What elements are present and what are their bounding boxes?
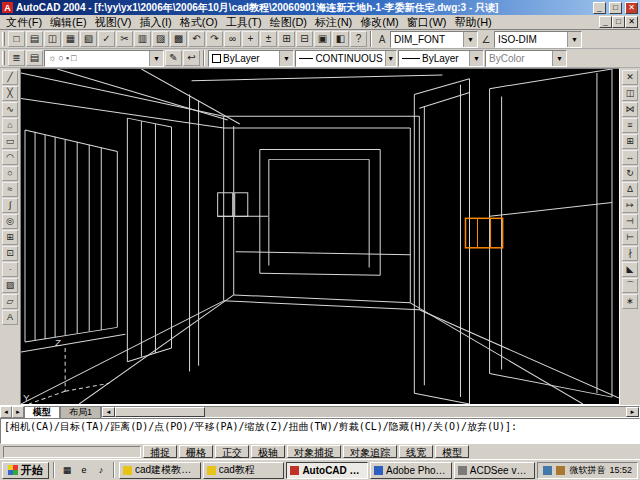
linetype-combo[interactable]: CONTINUOUS ▼ bbox=[295, 50, 397, 67]
insert-block-icon[interactable]: ⊞ bbox=[2, 230, 18, 245]
dim-style-combo[interactable]: ISO-DIM ▼ bbox=[494, 31, 582, 48]
menu-item[interactable]: 窗口(W) bbox=[403, 15, 451, 30]
chevron-down-icon[interactable]: ▼ bbox=[469, 51, 483, 66]
menu-item[interactable]: 格式(O) bbox=[176, 15, 222, 30]
extend-icon[interactable]: ⊢ bbox=[622, 230, 638, 245]
arc-icon[interactable]: ◠ bbox=[2, 150, 18, 165]
menu-item[interactable]: 编辑(E) bbox=[46, 15, 91, 30]
rectangle-icon[interactable]: ▭ bbox=[2, 134, 18, 149]
properties-icon[interactable]: ▣ bbox=[314, 31, 331, 47]
chamfer-icon[interactable]: ◣ bbox=[622, 262, 638, 277]
color-combo[interactable]: ByLayer ▼ bbox=[208, 50, 294, 67]
task-autocad[interactable]: AutoCAD 200... bbox=[286, 462, 368, 479]
point-icon[interactable]: ∙ bbox=[2, 262, 18, 277]
ie-icon[interactable]: e bbox=[76, 463, 92, 478]
status-toggle[interactable]: 线宽 bbox=[399, 445, 433, 458]
plotstyle-combo[interactable]: ByColor ▼ bbox=[485, 50, 567, 67]
offset-icon[interactable]: ≡ bbox=[622, 118, 638, 133]
break-icon[interactable]: ∤ bbox=[622, 246, 638, 261]
tab-scroll-right-icon[interactable]: ► bbox=[12, 406, 24, 418]
hyperlink-icon[interactable]: ∞ bbox=[224, 31, 241, 47]
spline-icon[interactable]: ∫ bbox=[2, 198, 18, 213]
revision-cloud-icon[interactable]: ≈ bbox=[2, 182, 18, 197]
drawing-canvas[interactable]: ZY bbox=[20, 68, 620, 405]
status-toggle[interactable]: 捕捉 bbox=[143, 445, 177, 458]
tab-scroll-left-icon[interactable]: ◄ bbox=[0, 406, 12, 418]
layer-previous-icon[interactable]: ↩ bbox=[183, 50, 200, 66]
status-toggle[interactable]: 模型 bbox=[435, 445, 469, 458]
cut-icon[interactable]: ✂ bbox=[116, 31, 133, 47]
scroll-left-icon[interactable]: ◄ bbox=[102, 407, 115, 417]
text-style-combo[interactable]: DIM_FONT ▼ bbox=[390, 31, 478, 48]
menu-item[interactable]: 视图(V) bbox=[91, 15, 136, 30]
menu-item[interactable]: 插入(I) bbox=[135, 15, 175, 30]
minimize-button[interactable]: _ bbox=[593, 2, 606, 14]
line-icon[interactable]: ╱ bbox=[2, 70, 18, 85]
stretch-icon[interactable]: ↦ bbox=[622, 198, 638, 213]
menu-item[interactable]: 文件(F) bbox=[2, 15, 46, 30]
toolbar-grip[interactable] bbox=[2, 51, 5, 65]
mtext-icon[interactable]: A bbox=[2, 310, 18, 325]
layers-icon[interactable]: ▤ bbox=[26, 50, 43, 66]
copy-icon[interactable]: ▥ bbox=[134, 31, 151, 47]
erase-icon[interactable]: ✕ bbox=[622, 70, 638, 85]
scroll-right-icon[interactable]: ► bbox=[626, 407, 639, 417]
designcenter-icon[interactable]: ◧ bbox=[332, 31, 349, 47]
scale-icon[interactable]: ∆ bbox=[622, 182, 638, 197]
layer-properties-icon[interactable]: ≣ bbox=[8, 50, 25, 66]
circle-icon[interactable]: ○ bbox=[2, 166, 18, 181]
trim-icon[interactable]: ⊣ bbox=[622, 214, 638, 229]
polyline-icon[interactable]: ∿ bbox=[2, 102, 18, 117]
paste-icon[interactable]: ▨ bbox=[152, 31, 169, 47]
horizontal-scrollbar[interactable]: ◄ ► bbox=[101, 406, 640, 418]
status-toggle[interactable]: 栅格 bbox=[179, 445, 213, 458]
rotate-icon[interactable]: ↻ bbox=[622, 166, 638, 181]
undo-icon[interactable]: ↶ bbox=[188, 31, 205, 47]
task-cad-modeling-tutorial[interactable]: cad建模教程... bbox=[119, 462, 201, 479]
menu-item[interactable]: 帮助(H) bbox=[451, 15, 496, 30]
make-block-icon[interactable]: ⊡ bbox=[2, 246, 18, 261]
redo-icon[interactable]: ↷ bbox=[206, 31, 223, 47]
menu-item[interactable]: 绘图(D) bbox=[266, 15, 311, 30]
status-toggle[interactable]: 极轴 bbox=[251, 445, 285, 458]
command-window[interactable]: [相机(CA)/目标(TA)/距离(D)/点(PO)/平移(PA)/缩放(Z)/… bbox=[0, 418, 640, 444]
menu-item[interactable]: 标注(N) bbox=[311, 15, 356, 30]
status-toggle[interactable]: 对象追踪 bbox=[343, 445, 397, 458]
ellipse-icon[interactable]: ◎ bbox=[2, 214, 18, 229]
region-icon[interactable]: ▱ bbox=[2, 294, 18, 309]
scrollbar-thumb[interactable] bbox=[115, 407, 205, 417]
match-properties-icon[interactable]: ▩ bbox=[170, 31, 187, 47]
chevron-down-icon[interactable]: ▼ bbox=[279, 51, 293, 66]
move-icon[interactable]: ↔ bbox=[622, 150, 638, 165]
ime-label[interactable]: 微软拼音 bbox=[569, 464, 605, 477]
spelling-icon[interactable]: ✓ bbox=[98, 31, 115, 47]
doc-minimize-button[interactable]: _ bbox=[599, 16, 612, 28]
menu-item[interactable]: 工具(T) bbox=[222, 15, 266, 30]
print-preview-icon[interactable]: ▧ bbox=[80, 31, 97, 47]
new-icon[interactable]: □ bbox=[8, 31, 25, 47]
volume-icon[interactable] bbox=[543, 466, 552, 475]
zoom-window-icon[interactable]: ⊞ bbox=[278, 31, 295, 47]
task-acdsee[interactable]: ACDSee v3.1... bbox=[454, 462, 536, 479]
fillet-icon[interactable]: ⌒ bbox=[622, 278, 638, 293]
media-player-icon[interactable]: ♪ bbox=[93, 463, 109, 478]
tab-layout1[interactable]: 布局1 bbox=[60, 406, 101, 418]
doc-restore-button[interactable]: □ bbox=[612, 16, 625, 28]
array-icon[interactable]: ⊞ bbox=[622, 134, 638, 149]
chevron-down-icon[interactable]: ▼ bbox=[149, 51, 163, 66]
command-input-line[interactable] bbox=[4, 432, 636, 444]
scrollbar-track[interactable] bbox=[205, 407, 626, 417]
save-icon[interactable]: ◫ bbox=[44, 31, 61, 47]
chevron-down-icon[interactable]: ▼ bbox=[567, 32, 581, 47]
tab-model[interactable]: 模型 bbox=[24, 406, 60, 418]
plot-icon[interactable]: ▦ bbox=[62, 31, 79, 47]
task-cad-tutorial[interactable]: cad教程 bbox=[203, 462, 285, 479]
mirror-icon[interactable]: ⋈ bbox=[622, 102, 638, 117]
layer-combo[interactable]: ☼○▪□ ▼ bbox=[44, 50, 164, 67]
chevron-down-icon[interactable]: ▼ bbox=[552, 51, 566, 66]
lineweight-combo[interactable]: ByLayer ▼ bbox=[398, 50, 484, 67]
menu-item[interactable]: 修改(M) bbox=[356, 15, 403, 30]
task-photoshop[interactable]: Adobe Photo... bbox=[370, 462, 452, 479]
pan-icon[interactable]: + bbox=[242, 31, 259, 47]
toolbar-grip[interactable] bbox=[2, 32, 5, 46]
